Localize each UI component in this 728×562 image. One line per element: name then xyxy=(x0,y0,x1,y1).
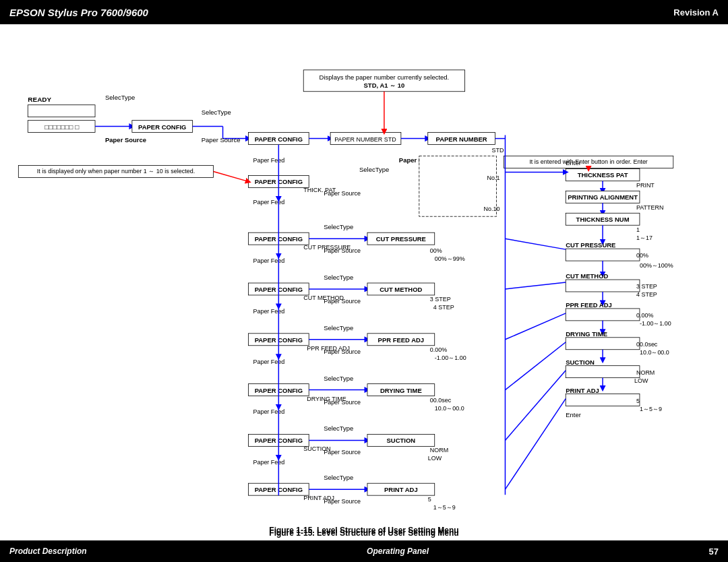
header-title: EPSON Stylus Pro 7600/9600 xyxy=(9,7,148,18)
svg-text:00%: 00% xyxy=(636,252,648,259)
svg-rect-112 xyxy=(566,191,640,203)
svg-rect-137 xyxy=(566,338,640,350)
svg-text:PAPER CONFIG: PAPER CONFIG xyxy=(255,486,303,493)
svg-text:THICKNESS NUM: THICKNESS NUM xyxy=(576,216,630,223)
svg-rect-28 xyxy=(504,156,673,168)
svg-text:Paper Feed: Paper Feed xyxy=(253,199,284,206)
svg-text:PAPER CONFIG: PAPER CONFIG xyxy=(255,437,303,444)
svg-rect-122 xyxy=(566,249,640,261)
svg-text:PPR FEED ADJ: PPR FEED ADJ xyxy=(566,301,612,309)
svg-text:THICK. PAT: THICK. PAT xyxy=(303,187,336,193)
svg-text:Paper Feed: Paper Feed xyxy=(253,408,284,415)
svg-line-170 xyxy=(505,313,566,340)
svg-text:Displays the paper number curr: Displays the paper number currently sele… xyxy=(320,73,450,81)
svg-text:PRINTING ALIGNMENT: PRINTING ALIGNMENT xyxy=(568,193,638,201)
svg-text:4 STEP: 4 STEP xyxy=(636,291,657,298)
svg-rect-48 xyxy=(367,232,435,245)
svg-text:LOW: LOW xyxy=(428,455,442,462)
svg-text:It is entered with Enter butto: It is entered with Enter button in order… xyxy=(529,158,648,165)
svg-text:PAPER NUMBER STD: PAPER NUMBER STD xyxy=(334,136,396,143)
svg-text:Paper Source: Paper Source xyxy=(324,247,361,254)
svg-rect-23 xyxy=(428,133,495,145)
svg-rect-127 xyxy=(566,280,640,292)
main-content: Figure 1-15. Level Structure of User Set… xyxy=(0,24,728,540)
svg-line-41 xyxy=(214,171,249,181)
svg-text:Paper Feed: Paper Feed xyxy=(399,156,433,164)
svg-text:Enter: Enter xyxy=(566,411,581,418)
svg-text:Paper Feed: Paper Feed xyxy=(253,257,284,264)
svg-text:NORM: NORM xyxy=(636,369,655,376)
svg-text:1～5～9: 1～5～9 xyxy=(640,406,662,412)
svg-text:0.00%: 0.00% xyxy=(430,346,447,353)
svg-text:Paper Source: Paper Source xyxy=(324,449,361,456)
diagram-svg: Displays the paper number currently sele… xyxy=(0,24,728,540)
svg-text:DRYING TIME: DRYING TIME xyxy=(307,396,346,402)
svg-text:1: 1 xyxy=(636,226,640,233)
svg-line-173 xyxy=(505,399,566,490)
svg-text:00%～99%: 00%～99% xyxy=(435,255,465,262)
svg-text:SelecType: SelecType xyxy=(324,425,353,432)
header: EPSON Stylus Pro 7600/9600 Revision A xyxy=(0,0,728,24)
svg-text:DRYING TIME: DRYING TIME xyxy=(380,387,422,394)
svg-rect-103 xyxy=(367,483,435,495)
svg-text:00%～100%: 00%～100% xyxy=(640,262,673,269)
svg-text:Paper Feed: Paper Feed xyxy=(253,308,284,315)
svg-text:PAPER CONFIG: PAPER CONFIG xyxy=(255,286,303,293)
svg-text:PRINT ADJ: PRINT ADJ xyxy=(303,495,334,501)
svg-text:-1.00～1.00: -1.00～1.00 xyxy=(435,354,466,361)
svg-text:Paper Source: Paper Source xyxy=(324,399,361,406)
svg-rect-6 xyxy=(28,121,95,133)
svg-text:SUCTION: SUCTION xyxy=(566,358,595,366)
svg-text:It is displayed only when pape: It is displayed only when paper number 1… xyxy=(37,168,195,175)
svg-text:PRINT ADJ: PRINT ADJ xyxy=(566,387,599,394)
svg-text:SelecType: SelecType xyxy=(324,274,353,281)
svg-rect-65 xyxy=(248,334,309,346)
svg-text:SelecType: SelecType xyxy=(324,324,353,332)
svg-rect-70 xyxy=(367,334,435,346)
svg-rect-92 xyxy=(367,434,435,446)
svg-text:10.0～00.0: 10.0～00.0 xyxy=(435,405,464,412)
svg-text:PAPER CONFIG: PAPER CONFIG xyxy=(255,336,303,344)
svg-text:PAPER CONFIG: PAPER CONFIG xyxy=(255,235,303,243)
svg-text:DRYING TIME: DRYING TIME xyxy=(566,330,607,338)
svg-text:Paper Source: Paper Source xyxy=(324,298,361,305)
svg-text:00.0sec: 00.0sec xyxy=(636,341,658,348)
svg-rect-26 xyxy=(18,165,213,177)
svg-rect-0 xyxy=(303,70,464,92)
svg-text:SelecType: SelecType xyxy=(324,375,353,382)
svg-text:Paper Feed: Paper Feed xyxy=(253,157,284,164)
svg-rect-98 xyxy=(248,483,309,495)
svg-text:5: 5 xyxy=(428,496,431,503)
svg-text:Paper Source: Paper Source xyxy=(324,190,361,197)
figure-caption: Figure 1-15. Level Structure of User Set… xyxy=(0,528,728,538)
svg-text:PPR FEED ADJ: PPR FEED ADJ xyxy=(378,336,425,344)
svg-rect-9 xyxy=(132,121,193,133)
svg-rect-132 xyxy=(566,309,640,321)
svg-text:STD, A1 ～ 10: STD, A1 ～ 10 xyxy=(364,82,405,89)
svg-rect-59 xyxy=(367,283,435,295)
svg-text:LOW: LOW xyxy=(634,377,648,384)
svg-text:CUT METHOD: CUT METHOD xyxy=(380,286,422,293)
svg-text:Paper Feed: Paper Feed xyxy=(253,459,284,466)
svg-text:STD: STD xyxy=(492,147,504,154)
footer-page: 57 xyxy=(709,547,719,557)
svg-text:SelecType: SelecType xyxy=(359,166,389,173)
svg-rect-116 xyxy=(566,213,640,225)
svg-rect-76 xyxy=(248,384,309,396)
svg-text:Paper Feed: Paper Feed xyxy=(253,358,284,365)
svg-text:PPR FEED ADJ: PPR FEED ADJ xyxy=(307,345,350,352)
header-revision: Revision A xyxy=(673,7,719,18)
svg-text:SUCTION: SUCTION xyxy=(303,445,330,452)
svg-text:PAPER NUMBER: PAPER NUMBER xyxy=(436,135,487,143)
svg-rect-35 xyxy=(248,175,309,187)
svg-rect-108 xyxy=(566,168,640,181)
svg-text:PRINT ADJ: PRINT ADJ xyxy=(384,486,418,493)
svg-text:READY: READY xyxy=(28,96,51,103)
svg-text:No.10: No.10 xyxy=(484,206,500,212)
svg-text:THICKNESS PAT: THICKNESS PAT xyxy=(578,171,628,179)
svg-text:00%: 00% xyxy=(430,247,442,254)
svg-line-172 xyxy=(505,371,566,441)
svg-text:SelecType: SelecType xyxy=(202,108,231,116)
svg-text:4 STEP: 4 STEP xyxy=(433,304,454,311)
svg-rect-142 xyxy=(566,366,640,378)
